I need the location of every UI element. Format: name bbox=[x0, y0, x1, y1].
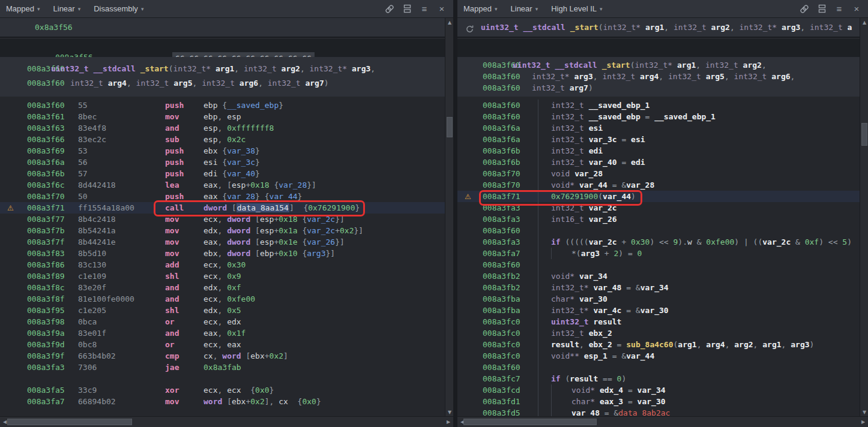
view-mode-dropdown[interactable]: Mapped▾ bbox=[6, 4, 40, 13]
asm-row[interactable]: 008a3f618becmovebp, esp bbox=[0, 111, 445, 122]
scroll-down-button[interactable]: ▼ bbox=[445, 408, 454, 416]
menu-icon[interactable]: ≡ bbox=[419, 4, 430, 14]
asm-row[interactable]: 008a3f6383e4f8andesp, 0xfffffff8 bbox=[0, 122, 445, 134]
hlil-row[interactable]: 008a3f60int32_t __saved_ebp = __saved_eb… bbox=[457, 111, 860, 122]
asm-row[interactable]: 008a3f980bcaorecx, edx bbox=[0, 316, 445, 327]
scroll-right-button[interactable]: ▶ bbox=[445, 417, 452, 427]
asm-row[interactable]: 008a3fa37306jae0x8a3fab bbox=[0, 362, 445, 373]
hlil-row[interactable]: 008a3f70void var_28 bbox=[457, 168, 860, 179]
scroll-down-button[interactable]: ▼ bbox=[860, 408, 868, 416]
hlil-row[interactable]: 008a3fbachar* var_30 bbox=[457, 293, 860, 305]
signature-line[interactable]: 008a3f60int32_t arg7) bbox=[457, 82, 860, 94]
close-icon[interactable]: × bbox=[436, 4, 447, 14]
signature-line[interactable]: 008a3f60uint32_t __stdcall _start(int32_… bbox=[457, 59, 860, 71]
current-address-header[interactable]: 0x8a3f56 bbox=[0, 18, 453, 38]
hlil-row[interactable]: 008a3fcdvoid* edx_4 = var_34 bbox=[457, 384, 860, 396]
asm-row[interactable] bbox=[0, 373, 445, 384]
hlil-row[interactable]: 008a3fb2void* var_34 bbox=[457, 270, 860, 282]
hlil-row[interactable]: 008a3f70void* var_44 = &var_28 bbox=[457, 179, 860, 191]
operands: ebp {__saved_ebp} bbox=[203, 100, 445, 111]
hlil-row[interactable]: 008a3fa3int32_t var_2c bbox=[457, 202, 860, 214]
close-icon[interactable]: × bbox=[851, 4, 862, 14]
asm-row[interactable]: 008a3fa766894b02movword [ebx+0x2], cx {0… bbox=[0, 396, 445, 407]
hlil-row[interactable]: 008a3f60 bbox=[457, 259, 860, 270]
hlil-row[interactable]: 008a3f60int32_t __saved_ebp_1 bbox=[457, 100, 860, 111]
hlil-row[interactable]: 008a3fd5var_48 = &data_8ab2ac bbox=[457, 407, 860, 416]
menu-icon[interactable]: ≡ bbox=[834, 4, 845, 14]
token: uint32_t bbox=[481, 23, 523, 32]
hlil-row[interactable]: 008a3fa3int16_t var_26 bbox=[457, 214, 860, 225]
byte-fill-row[interactable]: 008a3f56cc cc-cc cc cc cc cc cc cc cc...… bbox=[0, 39, 445, 57]
hlil-row[interactable]: 008a3f6bint32_t var_40 = edi bbox=[457, 157, 860, 168]
hlil-row[interactable]: 008a3f6aint32_t esi bbox=[457, 122, 860, 134]
asm-row[interactable]: 008a3f838b5d10movebx, dword [ebp+0x10 {a… bbox=[0, 248, 445, 259]
asm-row[interactable]: 008a3f6c8d442418leaeax, [esp+0x18 {var_2… bbox=[0, 179, 445, 191]
hlil-row[interactable]: 008a3f6aint32_t var_3c = esi bbox=[457, 134, 860, 145]
asm-row[interactable]: 008a3f95c1e205shledx, 0x5 bbox=[0, 305, 445, 316]
asm-row[interactable]: 008a3fa533c9xorecx, ecx {0x0} bbox=[0, 384, 445, 396]
hlil-row[interactable]: 008a3fc0int32_t ebx_2 bbox=[457, 327, 860, 339]
asm-row[interactable]: 008a3f9a83e01fandeax, 0x1f bbox=[0, 327, 445, 339]
signature-line[interactable]: 008a3f60uint32_t __stdcall _start(int32_… bbox=[0, 62, 445, 76]
signature-line[interactable]: 008a3f60int32_t* arg3, int32_t arg4, int… bbox=[457, 71, 860, 82]
hlil-row[interactable]: 008a3f60 bbox=[457, 362, 860, 373]
hlil-row[interactable]: 008a3f60 bbox=[457, 225, 860, 236]
asm-row[interactable]: 008a3f7f8b44241emoveax, dword [esp+0x1e … bbox=[0, 236, 445, 248]
il-level-dropdown[interactable]: Disassembly▾ bbox=[94, 4, 143, 13]
scroll-up-button[interactable]: ▲ bbox=[860, 18, 868, 26]
asm-row[interactable]: 008a3f6055pushebp {__saved_ebp} bbox=[0, 100, 445, 111]
token: } bbox=[316, 397, 321, 406]
layout-dropdown[interactable]: Linear▾ bbox=[53, 4, 81, 13]
asm-row[interactable]: 008a3f6a56pushesi {var_3c} bbox=[0, 157, 445, 168]
pane-divider[interactable] bbox=[453, 0, 457, 427]
scrollbar-thumb[interactable] bbox=[463, 419, 597, 425]
link-icon[interactable] bbox=[799, 4, 810, 14]
asm-row[interactable]: 008a3f6683ec2csubesp, 0x2c bbox=[0, 134, 445, 145]
split-pane-icon[interactable] bbox=[816, 4, 827, 14]
layout-dropdown[interactable]: Linear▾ bbox=[511, 4, 538, 13]
asm-row[interactable]: 008a3f9d0bc8orecx, eax bbox=[0, 339, 445, 350]
asm-row[interactable]: 008a3f7050pusheax {var_28} {var_44} bbox=[0, 191, 445, 202]
hlil-row[interactable]: 008a3fa7*(arg3 + 2) = 0 bbox=[457, 248, 860, 259]
asm-row[interactable]: 008a3f89c1e109shlecx, 0x9 bbox=[0, 270, 445, 282]
view-mode-dropdown[interactable]: Mapped▾ bbox=[463, 4, 498, 13]
hlil-row[interactable]: ⚠008a3f710x76291900(var_44) bbox=[457, 191, 860, 202]
row-address: 008a3f86 bbox=[27, 259, 78, 270]
asm-row[interactable]: 008a3f7b8b54241amovedx, dword [esp+0x1a … bbox=[0, 225, 445, 236]
left-horizontal-scrollbar[interactable]: ◀ ▶ bbox=[0, 416, 453, 427]
scroll-up-button[interactable]: ▲ bbox=[445, 18, 454, 26]
scrollbar-thumb[interactable] bbox=[861, 123, 867, 146]
split-pane-icon[interactable] bbox=[402, 4, 412, 14]
sync-refresh-icon[interactable] bbox=[465, 22, 475, 32]
asm-row[interactable]: 008a3f8683c130addecx, 0x30 bbox=[0, 259, 445, 270]
asm-row[interactable]: 008a3f8c83e20fandedx, 0xf bbox=[0, 282, 445, 293]
hlil-row[interactable]: 008a3fa3if (((((var_2c + 0x30) << 9).w &… bbox=[457, 236, 860, 248]
sticky-function-header[interactable]: uint32_t __stdcall _start(int32_t* arg1,… bbox=[457, 18, 868, 38]
hlil-row[interactable]: 008a3fc7if (result == 0) bbox=[457, 373, 860, 384]
signature-line[interactable]: 008a3f60int32_t arg4, int32_t arg5, int3… bbox=[0, 76, 445, 91]
asm-row[interactable]: ⚠008a3f71ff1554a18a00calldword [data_8aa… bbox=[0, 202, 445, 214]
asm-row[interactable]: 008a3f6953pushebx {var_38} bbox=[0, 145, 445, 157]
asm-row[interactable]: 008a3f6b57pushedi {var_40} bbox=[0, 168, 445, 179]
scrollbar-thumb[interactable] bbox=[447, 117, 453, 137]
mnemonic: and bbox=[165, 282, 203, 293]
link-icon[interactable] bbox=[384, 4, 395, 14]
selected-bytes[interactable]: cc cc-cc cc cc cc cc cc cc cc bbox=[172, 52, 315, 57]
il-level-dropdown[interactable]: High Level IL▾ bbox=[551, 4, 602, 13]
right-horizontal-scrollbar[interactable]: ◀ ▶ bbox=[457, 416, 868, 427]
left-vertical-scrollbar[interactable]: ▲ ▼ bbox=[445, 18, 453, 416]
asm-row[interactable]: 008a3f8f81e100fe0000andecx, 0xfe00 bbox=[0, 293, 445, 305]
scrollbar-thumb[interactable] bbox=[7, 419, 132, 425]
scroll-right-button[interactable]: ▶ bbox=[860, 417, 867, 427]
hlil-row[interactable]: 008a3fc0void** esp_1 = &var_44 bbox=[457, 350, 860, 362]
asm-row[interactable]: 008a3f778b4c2418movecx, dword [esp+0x18 … bbox=[0, 214, 445, 225]
hlil-row[interactable]: 008a3f6bint32_t edi bbox=[457, 145, 860, 157]
asm-row[interactable]: 008a3f9f663b4b02cmpcx, word [ebx+0x2] bbox=[0, 350, 445, 362]
right-vertical-scrollbar[interactable]: ▲ ▼ bbox=[860, 18, 868, 416]
hlil-row[interactable]: 008a3fd1char* eax_3 = var_30 bbox=[457, 396, 860, 407]
hlil-row[interactable]: 008a3fbaint32_t* var_4c = &var_30 bbox=[457, 305, 860, 316]
hlil-row[interactable]: 008a3fc0result, ebx_2 = sub_8a4c60(arg1,… bbox=[457, 339, 860, 350]
token: esp bbox=[203, 135, 217, 144]
hlil-row[interactable]: 008a3fb2int32_t* var_48 = &var_34 bbox=[457, 282, 860, 293]
hlil-row[interactable]: 008a3fc0uint32_t result bbox=[457, 316, 860, 327]
